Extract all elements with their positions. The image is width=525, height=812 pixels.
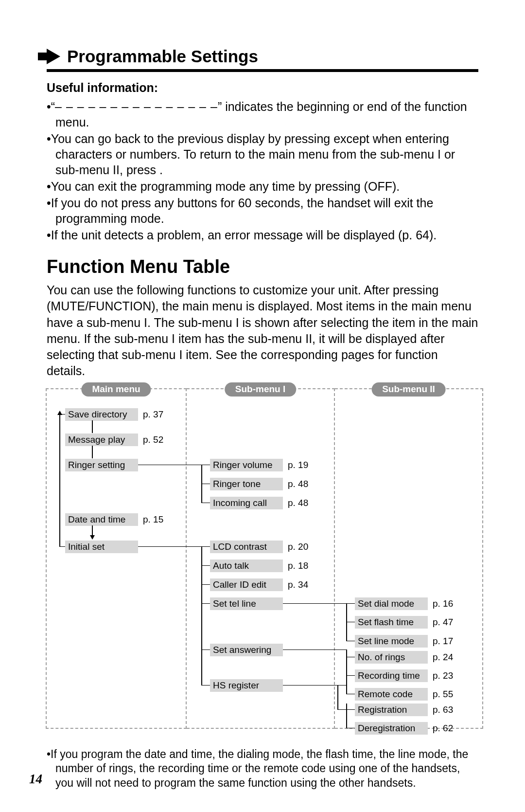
sub2-set-dial-mode-page: p. 16 [433, 598, 453, 609]
sub1-ringer-volume-page: p. 19 [288, 460, 308, 470]
useful-bullet-5: •If the unit detects a problem, an error… [47, 227, 478, 243]
main-date-and-time: Date and time p. 15 [65, 513, 163, 526]
main-save-directory-label: Save directory [65, 408, 138, 421]
sub1-caller-id-page: p. 34 [288, 579, 308, 590]
sub2-recording-time-label: Recording time [355, 669, 428, 682]
sub2-set-dial-mode-label: Set dial mode [355, 597, 428, 610]
sub1-caller-id: Caller ID edit p. 34 [210, 578, 308, 592]
sub1-incoming-call: Incoming call p. 48 [210, 496, 308, 510]
sub1-auto-talk: Auto talk p. 18 [210, 559, 308, 573]
useful-bullet-3: •You can exit the programming mode any t… [47, 179, 478, 194]
sub2-recording-time: Recording time p. 23 [355, 669, 453, 683]
sub2-no-of-rings-page: p. 24 [433, 652, 453, 663]
sub2-deregistration: Deregistration p. 62 [355, 722, 453, 735]
main-message-play: Message play p. 52 [65, 433, 163, 447]
fmt-intro: You can use the following functions to c… [47, 282, 478, 379]
sub1-set-answering-label: Set answering [210, 644, 283, 656]
sub2-registration-label: Registration [355, 704, 428, 716]
useful-bullet-4: •If you do not press any buttons for 60 … [47, 195, 478, 226]
sub2-set-flash-time-label: Set flash time [355, 616, 428, 629]
arrow-icon [57, 411, 62, 415]
sub2-deregistration-page: p. 62 [433, 723, 453, 734]
sub1-ringer-tone: Ringer tone p. 48 [210, 477, 308, 491]
header-rule [47, 69, 478, 72]
useful-bullet-1a: •“ [47, 100, 55, 113]
pill-sub2: Sub-menu II [371, 382, 446, 397]
main-date-and-time-page: p. 15 [143, 514, 163, 525]
menu-diagram: Main menu Sub-menu I Sub-menu II Save di… [46, 388, 483, 739]
sub2-set-flash-time: Set flash time p. 47 [355, 615, 453, 629]
sub2-remote-code-page: p. 55 [433, 689, 453, 700]
sub2-set-line-mode: Set line mode p. 17 [355, 634, 453, 648]
sub2-set-line-mode-label: Set line mode [355, 635, 428, 648]
sub1-set-tel-line-label: Set tel line [210, 597, 283, 610]
sub2-deregistration-label: Deregistration [355, 722, 428, 735]
footnote: •If you program the date and time, the d… [47, 747, 478, 791]
main-ringer-setting: Ringer setting [65, 458, 138, 472]
sub2-set-dial-mode: Set dial mode p. 16 [355, 597, 453, 611]
useful-bullet-2: •You can go back to the previous display… [47, 131, 478, 178]
sub2-no-of-rings: No. of rings p. 24 [355, 650, 453, 664]
sub1-auto-talk-page: p. 18 [288, 560, 308, 571]
sub2-registration: Registration p. 63 [355, 703, 453, 717]
sub1-hs-register-label: HS register [210, 679, 283, 692]
sub1-lcd-contrast: LCD contrast p. 20 [210, 540, 308, 554]
sub1-set-answering: Set answering [210, 643, 283, 657]
page-title: Programmable Settings [67, 47, 258, 66]
sub2-set-flash-time-page: p. 47 [433, 617, 453, 628]
sub2-registration-page: p. 63 [433, 704, 453, 715]
sub2-no-of-rings-label: No. of rings [355, 651, 428, 664]
sub1-ringer-volume: Ringer volume p. 19 [210, 458, 308, 472]
sub2-set-line-mode-page: p. 17 [433, 636, 453, 647]
sub1-ringer-volume-label: Ringer volume [210, 459, 283, 471]
sub1-ringer-tone-label: Ringer tone [210, 478, 283, 490]
main-save-directory: Save directory p. 37 [65, 408, 163, 421]
page-number: 14 [29, 772, 42, 787]
main-ringer-setting-label: Ringer setting [65, 459, 138, 471]
sub2-remote-code: Remote code p. 55 [355, 687, 453, 701]
main-initial-set-label: Initial set [65, 541, 138, 553]
fmt-heading: Function Menu Table [47, 256, 478, 277]
useful-heading: Useful information: [47, 81, 478, 95]
sub2-recording-time-page: p. 23 [433, 670, 453, 681]
sub1-incoming-call-label: Incoming call [210, 497, 283, 509]
sub1-ringer-tone-page: p. 48 [288, 479, 308, 489]
sub1-set-tel-line: Set tel line [210, 597, 283, 611]
arrow-right-icon [47, 49, 60, 64]
pill-main: Main menu [81, 382, 151, 397]
sub1-auto-talk-label: Auto talk [210, 559, 283, 572]
sub1-box: Sub-menu I [187, 388, 335, 729]
main-message-play-page: p. 52 [143, 434, 163, 445]
sub1-lcd-contrast-page: p. 20 [288, 541, 308, 552]
pill-sub1: Sub-menu I [225, 382, 296, 397]
sub1-lcd-contrast-label: LCD contrast [210, 541, 283, 553]
arrow-icon [90, 535, 95, 540]
sub1-incoming-call-page: p. 48 [288, 498, 308, 508]
sub1-caller-id-label: Caller ID edit [210, 578, 283, 591]
useful-bullet-1: •“– – – – – – – – – – – – – – –” indicat… [47, 99, 478, 130]
main-date-and-time-label: Date and time [65, 513, 138, 526]
main-save-directory-page: p. 37 [143, 409, 163, 420]
dashes: – – – – – – – – – – – – – – – [55, 100, 218, 113]
sub1-hs-register: HS register [210, 679, 283, 692]
main-message-play-label: Message play [65, 433, 138, 446]
sub2-remote-code-label: Remote code [355, 688, 428, 701]
main-initial-set: Initial set [65, 540, 138, 554]
